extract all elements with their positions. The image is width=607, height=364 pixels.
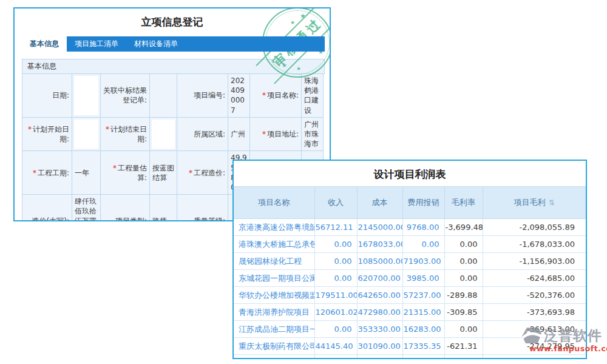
value-cell: 353330.00	[357, 321, 402, 338]
value-cell: 1678033.00	[357, 236, 402, 253]
value-cell: 0.00	[314, 253, 357, 270]
required-asterisk: *	[262, 130, 266, 138]
table-row: 晟铭园林绿化工程0.001085000.0071903.000.00-1,156…	[234, 253, 586, 270]
required-asterisk: *	[262, 91, 266, 99]
vendor-url: www.fanpusoft.com	[529, 344, 607, 353]
column-header: 毛利率	[444, 187, 483, 219]
registration-window-title: 立项信息登记	[15, 8, 330, 30]
field-label: 项目类型:	[101, 195, 150, 221]
field-value: 路桥	[150, 195, 177, 221]
table-row: 京港澳高速公路粤境韶关至56712.112145000.009768.00-3,…	[234, 219, 586, 236]
value-cell: 0.00	[444, 270, 483, 287]
value-cell: 1085000.00	[357, 253, 402, 270]
required-asterisk: *	[113, 164, 117, 172]
value-cell: 472980.00	[357, 304, 402, 321]
value-cell: -1,678,033.00	[483, 236, 586, 253]
project-name-link[interactable]: 晟铭园林绿化工程	[234, 253, 314, 270]
field-value: 2024090007	[228, 74, 250, 118]
fanpu-logo-icon	[522, 328, 541, 345]
required-asterisk: *	[33, 169, 36, 177]
value-cell: 642650.00	[357, 287, 402, 304]
value-cell: 0.00	[314, 321, 357, 338]
project-name-link[interactable]: 青海洪湖养护院项目	[234, 304, 314, 321]
field-label: *工程造价:	[177, 151, 228, 195]
field-value: 广州	[228, 117, 250, 151]
value-cell: 2145000.00	[357, 219, 402, 236]
value-cell: 120601.02	[314, 304, 357, 321]
value-cell: 620700.00	[357, 270, 402, 287]
value-cell: -309.85	[444, 304, 483, 321]
field-label: 质量等级:	[177, 195, 228, 221]
field-value: 肆仟玖佰玖拾伍万零捌拾捌元整	[72, 195, 101, 221]
project-name-link[interactable]: 京港澳高速公路粤境韶关至	[234, 219, 314, 236]
project-name-link[interactable]: 江苏成品油二期项目一标段	[234, 321, 314, 338]
table-row: 东城花园一期项目公寓大堂0.00620700.003985.000.00-624…	[234, 270, 586, 287]
text-input[interactable]	[152, 120, 175, 149]
table-row: 华软办公楼增加视频监控项179511.00642650.0057237.00-2…	[234, 287, 586, 304]
field-value	[72, 117, 101, 151]
project-name-link[interactable]: 华软办公楼增加视频监控项	[234, 287, 314, 304]
basic-info-section-header: 基本信息	[22, 59, 325, 74]
project-name-link[interactable]: 重庆太极制药有限公司亳州	[234, 338, 314, 355]
value-cell: 71903.00	[402, 253, 444, 270]
field-label: 日期:	[22, 74, 72, 118]
field-value: 按蓝图结算	[150, 151, 177, 195]
project-name-link[interactable]: 港珠澳大桥施工总承包项目	[234, 236, 314, 253]
value-cell: 17335.35	[402, 338, 444, 355]
value-cell: 200230.00	[402, 355, 444, 360]
value-cell: 9768.00	[402, 219, 444, 236]
value-cell: 0.00	[444, 355, 483, 360]
field-value	[150, 74, 177, 118]
column-header: 费用报销	[402, 187, 444, 219]
field-value: 广州市珠海市	[302, 117, 324, 151]
text-input[interactable]	[74, 120, 98, 149]
value-cell: 57237.00	[402, 287, 444, 304]
project-name-link[interactable]: 东城花园一期项目公寓大堂	[234, 270, 314, 287]
field-label: 项目编号:	[177, 74, 228, 118]
column-header: 项目名称	[234, 187, 314, 219]
value-cell: 21315.00	[402, 304, 444, 321]
value-cell: -3,699.48	[444, 219, 483, 236]
column-header: 收入	[314, 187, 357, 219]
required-asterisk: *	[106, 125, 109, 133]
field-label: *计划结束日期:	[101, 117, 150, 151]
value-cell: 301090.00	[357, 338, 402, 355]
value-cell: 0.00	[357, 355, 402, 360]
field-value: 一年	[72, 151, 101, 195]
text-input[interactable]	[74, 76, 98, 115]
table-row: 港珠澳大桥施工总承包项目0.001678033.000.000.00-1,678…	[234, 236, 586, 253]
value-cell: 179511.00	[314, 287, 357, 304]
tab-construction-list[interactable]: 项目施工清单	[67, 36, 126, 52]
value-cell: 0.00	[314, 270, 357, 287]
value-cell: -2,098,055.89	[483, 219, 586, 236]
profit-report-title: 设计项目利润表	[234, 161, 586, 186]
required-asterisk: *	[189, 169, 192, 177]
required-asterisk: *	[28, 125, 32, 133]
profit-table-header-row: 项目名称收入成本费用报销毛利率项目毛利⇅	[234, 187, 586, 219]
value-cell: 0.00	[314, 236, 357, 253]
table-row: 青海洪湖养护院项目120601.02472980.0021315.00-309.…	[234, 304, 586, 321]
vendor-brand-name: 泛普软件	[544, 326, 602, 345]
field-label: *工程量估算:	[101, 151, 150, 195]
value-cell: 44145.40	[314, 338, 357, 355]
value-cell: 56712.11	[314, 219, 357, 236]
value-cell: -373,693.98	[483, 304, 586, 321]
field-value	[150, 117, 177, 151]
project-name-link[interactable]: 成渝高铁内江标段项目	[234, 355, 314, 360]
field-label: 造价(大写):	[22, 195, 72, 221]
tab-material-equipment-list[interactable]: 材料设备清单	[126, 36, 186, 52]
tab-basic-info[interactable]: 基本信息	[22, 35, 67, 52]
value-cell: 0.00	[444, 321, 483, 338]
value-cell: 0.00	[444, 236, 483, 253]
value-cell: -621.31	[444, 338, 483, 355]
column-header: 成本	[357, 187, 402, 219]
field-label: 关联中标结果登记单:	[101, 74, 150, 118]
field-value	[72, 74, 101, 118]
field-label: *工程工期:	[22, 151, 72, 195]
sort-icon[interactable]: ⇅	[549, 198, 555, 207]
value-cell: 0.00	[402, 236, 444, 253]
table-row: 成渝高铁内江标段项目0.000.00200230.000.00-200,230.…	[234, 355, 586, 360]
field-label: *项目名称:	[250, 74, 302, 118]
value-cell: -1,156,903.00	[483, 253, 586, 270]
column-header: 项目毛利⇅	[483, 187, 586, 219]
